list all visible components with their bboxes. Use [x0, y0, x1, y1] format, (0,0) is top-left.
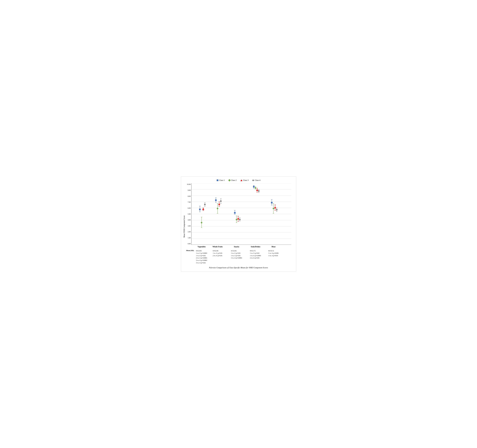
category-label: Vegetables: [198, 246, 206, 248]
category-label: Soda/Drinks: [251, 246, 260, 248]
plot-section: 0.001.002.003.004.005.006.007.008.009.00…: [186, 183, 295, 265]
comparison-text: 1 vs. 4: p<0.0001: [231, 257, 242, 259]
y-tick: 0.00: [186, 243, 191, 245]
marker-circle: [258, 190, 260, 192]
legend-class4-label: Class 4: [255, 179, 260, 181]
y-tick: 9.00: [186, 189, 191, 191]
legend-class2: Class 2: [229, 179, 237, 181]
marker-circle: [276, 209, 277, 210]
y-tick: 7.00: [186, 201, 191, 203]
marker-triangle: [218, 203, 220, 205]
legend-class3-label: Class 3: [243, 179, 249, 181]
legend-class1: Class 1: [217, 179, 225, 181]
y-tick: 8.00: [186, 195, 191, 197]
marker-triangle: [274, 207, 276, 208]
marker-diamond: [235, 219, 237, 221]
comparison-text: 2 vs. 3: p<0.0001: [196, 257, 207, 259]
stat-col: 9.0 (1.7)1 vs. 3: p<0.011 vs. 4: p<0.000…: [250, 250, 261, 259]
comparison-text: 1 vs. 3: p=0.03: [268, 254, 279, 257]
comparison-text: 1 vs. 2: p<0.01: [213, 252, 222, 254]
stats-section: Mean (SD):6.0 (3.0)1 vs. 2: p<0.00011 vs…: [191, 250, 291, 265]
y-tick: 10.00: [186, 183, 191, 185]
mean-sd-value: 6.0 (3.1): [268, 250, 279, 252]
legend-class3: Class 3: [240, 179, 249, 181]
legend: Class 1 Class 2 Class 3 Class 4: [182, 179, 295, 181]
y-tick: 6.00: [186, 207, 191, 209]
marker-square: [199, 209, 201, 210]
y-tick: 5.00: [186, 213, 191, 215]
marker-square: [234, 212, 235, 214]
marker-circle: [239, 219, 240, 220]
comparison-text: 2 vs. 4: p<0.0001: [196, 259, 207, 262]
stat-col: 4.3 (2.6)1 vs. 2: p<0.011 vs. 3: p<0.011…: [231, 250, 242, 259]
marker-triangle: [202, 208, 204, 210]
marker-triangle: [237, 218, 239, 219]
category-label: Snacks: [234, 246, 239, 248]
y-tick: 3.00: [186, 225, 191, 227]
mean-sd-value: 9.0 (1.7): [250, 250, 261, 252]
mean-sd-value: 4.3 (2.6): [231, 250, 242, 252]
comparison-text: 2 vs. 4: p=0.01: [213, 254, 222, 257]
marker-circle: [204, 204, 206, 205]
legend-class2-label: Class 2: [231, 179, 237, 181]
comparison-text: 1 vs. 4: p=0.02: [196, 254, 207, 257]
mean-sd-row-label: Mean (SD):: [186, 250, 194, 251]
class1-icon: [217, 179, 218, 181]
y-tick: 2.00: [186, 231, 191, 233]
legend-class1-label: Class 1: [219, 179, 225, 181]
class2-icon: [228, 179, 231, 181]
x-axis-title: Pairwise Comparisons of Class-Specific M…: [182, 267, 295, 269]
comparison-text: 1 vs. 4: p<0.001: [268, 252, 279, 254]
stat-col: 6.9 (2.8)1 vs. 2: p<0.012 vs. 4: p=0.01: [213, 250, 222, 257]
marker-triangle: [256, 189, 258, 191]
legend-class4: Class 4: [252, 179, 260, 181]
comparison-text: 1 vs. 3: p<0.01: [231, 254, 242, 257]
marker-square: [215, 199, 217, 201]
category-label: Whole Fruits: [213, 246, 223, 248]
marker-circle: [220, 200, 221, 202]
plot-canvas: [191, 183, 291, 245]
y-tick: 4.00: [186, 219, 191, 221]
y-ticks: 0.001.002.003.004.005.006.007.008.009.00…: [186, 183, 191, 245]
category-labels: VegetablesWhole FruitsSnacksSoda/DrinksM…: [191, 246, 291, 249]
mean-sd-value: 6.9 (2.8): [213, 250, 222, 252]
marker-diamond: [217, 208, 218, 209]
class4-icon: [252, 179, 254, 181]
y-axis-label: Mean YEHI Component Score: [182, 183, 186, 265]
marker-square: [253, 186, 255, 187]
marker-diamond: [201, 221, 202, 224]
stat-col: 6.0 (3.0)1 vs. 2: p<0.00011 vs. 4: p=0.0…: [196, 250, 207, 264]
comparison-text: 2 vs. 4: p<0.01: [250, 257, 261, 259]
marker-square: [271, 202, 273, 203]
chart-container: Class 1 Class 2 Class 3 Class 4 Mean YEH…: [181, 177, 296, 271]
category-label: Meat: [271, 246, 275, 248]
comparison-text: 1 vs. 2: p<0.01: [231, 252, 242, 254]
chart-area: Mean YEHI Component Score 0.001.002.003.…: [182, 183, 295, 265]
comparison-text: 1 vs. 2: p<0.0001: [196, 252, 207, 254]
comparison-text: 1 vs. 3: p<0.01: [250, 252, 261, 254]
marker-diamond: [273, 208, 274, 209]
comparison-text: 3 vs. 4: p=0.02: [196, 262, 207, 264]
chart-svg: [191, 183, 291, 245]
y-tick: 1.00: [186, 237, 191, 239]
comparison-text: 1 vs. 4: p<0.0001: [250, 254, 261, 257]
class3-icon: [240, 179, 242, 181]
stat-col: 6.0 (3.1)1 vs. 4: p<0.0011 vs. 3: p=0.03: [268, 250, 279, 257]
mean-sd-value: 6.0 (3.0): [196, 250, 207, 252]
plot-with-yaxis: 0.001.002.003.004.005.006.007.008.009.00…: [186, 183, 295, 245]
marker-diamond: [255, 187, 256, 189]
below-plot: VegetablesWhole FruitsSnacksSoda/DrinksM…: [186, 246, 295, 265]
